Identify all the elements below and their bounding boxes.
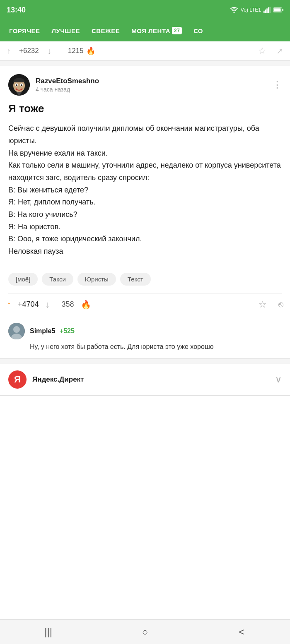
tab-moya-lenta[interactable]: МОЯ ЛЕНТА 27 [126,20,188,41]
svg-rect-1 [265,10,266,13]
post-vote-count: +4704 [18,300,39,309]
arrow-down-icon: ↓ [47,46,51,56]
svg-rect-0 [263,11,265,13]
ad-title: Яндекс.Директ [32,375,84,384]
svg-rect-6 [274,8,280,12]
svg-point-12 [16,84,17,86]
status-bar: 13:40 Vo) LTE1 [0,0,290,20]
tab-svezhee[interactable]: СВЕЖЕЕ [86,20,126,41]
post-card: RazveEtoSmeshno 4 часа назад ⋮ Я тоже Се… [0,66,290,293]
battery-icon [273,7,283,13]
vote-up-button[interactable]: ↑ [7,299,11,310]
tag-text[interactable]: Текст [120,273,151,286]
avatar [8,74,30,96]
comment-section: Simple5 +525 Ну, у него хотя бы работа е… [0,316,290,359]
post-header: RazveEtoSmeshno 4 часа назад ⋮ [8,74,282,96]
comment-score: +525 [60,327,75,334]
prev-comments[interactable]: 1215 🔥 [68,46,95,55]
comment-avatar [8,323,25,339]
svg-rect-7 [282,9,283,11]
comment-username[interactable]: Simple5 [30,327,55,334]
tab-luchshee[interactable]: ЛУЧШЕЕ [46,20,85,41]
prev-post-action-bar: ↑ +6232 ↓ 1215 🔥 ☆ ↗ [0,41,290,61]
signal-icon [263,7,271,13]
prev-vote-down[interactable]: ↓ [47,46,51,56]
chevron-down-icon[interactable]: ∨ [275,374,282,385]
avatar-img [8,74,30,96]
prev-comment-count: 1215 [68,47,84,55]
fire-icon: 🔥 [86,46,95,55]
tab-goryachee[interactable]: ГОРЯЧЕЕ [3,20,46,41]
post-comment-count: 358 [62,300,74,309]
tag-moe[interactable]: [моё] [8,273,38,286]
post-title: Я тоже [8,102,282,115]
svg-rect-2 [266,8,268,13]
share-button[interactable]: ⎋ [278,300,283,309]
prev-vote-count: +6232 [19,47,39,55]
post-more-button[interactable]: ⋮ [273,79,282,90]
status-time: 13:40 [7,6,26,14]
vote-down-button[interactable]: ↓ [46,299,50,310]
comment-user-info: Simple5 +525 [30,327,75,335]
tab-co[interactable]: СО [188,20,208,41]
nav-tabs: ГОРЯЧЕЕ ЛУЧШЕЕ СВЕЖЕЕ МОЯ ЛЕНТА 27 СО [0,20,290,41]
status-icons: Vo) LTE1 [230,7,283,13]
post-fire-icon: 🔥 [81,300,91,310]
post-username[interactable]: RazveEtoSmeshno [36,77,99,85]
signal-text: Vo) LTE1 [241,7,261,13]
arrow-up-icon: ↑ [7,46,11,56]
post-text: Сейчас с девушкой получили дипломы об ок… [8,123,282,258]
tag-lawyers[interactable]: Юристы [77,273,116,286]
nav-home-button[interactable]: ○ [133,620,157,644]
nav-back-button[interactable]: < [229,620,254,644]
svg-rect-4 [269,7,271,13]
bookmark-icon[interactable]: ☆ [258,46,266,56]
prev-vote-up[interactable]: ↑ [7,46,11,56]
nav-menu-button[interactable]: ||| [36,620,61,644]
ad-avatar: Я [8,370,27,389]
svg-point-13 [21,84,22,86]
wifi-icon [230,7,238,13]
svg-point-15 [13,326,20,333]
lenta-badge: 27 [172,27,182,34]
tag-taxi[interactable]: Такси [42,273,73,286]
bottom-nav: ||| ○ < [0,619,290,644]
post-action-icons: ☆ ⎋ [259,299,283,310]
comment-header: Simple5 +525 [8,323,282,339]
ad-section[interactable]: Я Яндекс.Директ ∨ [0,364,290,396]
post-meta: RazveEtoSmeshno 4 часа назад [36,77,99,93]
post-time: 4 часа назад [36,86,99,93]
share-icon[interactable]: ↗ [276,46,283,56]
prev-action-icons: ☆ ↗ [258,46,283,56]
post-tags: [моё] Такси Юристы Текст [8,266,282,293]
star-button[interactable]: ☆ [259,299,267,310]
comment-text: Ну, у него хотя бы работа есть. Для юрис… [8,342,282,352]
svg-rect-3 [268,7,269,13]
post-action-bar: ↑ +4704 ↓ 358 🔥 ☆ ⎋ [0,293,290,316]
